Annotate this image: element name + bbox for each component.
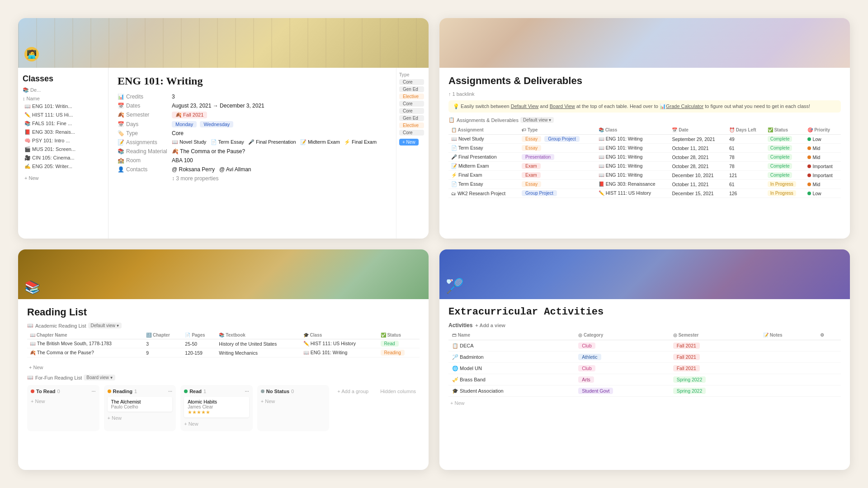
classes-layout: Classes 📚 De... ↕ Name 📖 ENG 101: Writin…	[18, 68, 429, 239]
prop-val-more[interactable]: ↕ 3 more properties	[172, 175, 218, 182]
prop-val-assignments: 📖 Novel Study 📄 Term Essay 🎤 Final Prese…	[172, 139, 377, 145]
default-view-toggle[interactable]: Default view ▾	[520, 117, 554, 123]
assignments-card: Assignments & Deliverables ↑ 1 backlink …	[439, 18, 850, 239]
assignments-header-bg	[439, 18, 850, 68]
prop-assignments: 📝 Assignments 📖 Novel Study 📄 Term Essay…	[118, 139, 387, 145]
reading-body: Reading List 📖 Academic Reading List Def…	[18, 299, 429, 470]
prop-label-dates: 📅 Dates	[118, 103, 172, 109]
reading-row: 🍂 The Comma or the Pause? 9 120-159 Writ…	[27, 348, 420, 357]
cell-chapter-name: 📖 The British Move South, 1778-1783	[27, 339, 143, 348]
kanban-item-atomic[interactable]: Atomic Habits James Clear ★★★★★	[184, 397, 249, 418]
book-author: Paulo Coelho	[111, 404, 169, 409]
backlink[interactable]: ↑ 1 backlink	[448, 91, 841, 97]
prop-label-semester: 🍂 Semester	[118, 112, 172, 118]
col-category: ◎ Category	[575, 330, 669, 340]
cell-class: 📕 ENG 303: Renaissance	[596, 180, 670, 189]
activity-cat-brassband: Arts	[575, 374, 669, 385]
reading-section1-icon: 📖	[27, 323, 33, 328]
activity-notes-studentassoc	[760, 385, 816, 397]
dot-toread	[31, 389, 34, 393]
activities-title: Activities	[448, 322, 472, 328]
activity-name-brassband: 🎺 Brass Band	[448, 374, 575, 385]
toread-more[interactable]: ···	[91, 389, 95, 394]
sidebar-item-cin105[interactable]: 🎥 CIN 105: Cinema...	[23, 154, 104, 162]
reading-section2-title: For-Fun Reading List	[35, 375, 82, 380]
add-reading-button[interactable]: + New	[27, 364, 45, 371]
sidebar-item-eng205[interactable]: ✍️ ENG 205: Writer...	[23, 162, 104, 171]
cell-class: 📖 ENG 101: Writing	[596, 171, 670, 180]
add-read-kanban[interactable]: + New	[184, 421, 198, 427]
kanban-item-alchemist[interactable]: The Alchemist Paulo Coelho	[108, 397, 173, 412]
add-activity-button[interactable]: + New	[448, 399, 467, 407]
activities-table: 🗃 Name ◎ Category ◎ Semester 📝 Notes ⚙ 📋…	[448, 330, 841, 397]
activity-name-studentassoc: 🎓 Student Association	[448, 385, 575, 397]
prop-room: 🏫 Room ABA 100	[118, 157, 387, 164]
add-group-button[interactable]: + Add a group	[334, 385, 372, 431]
sidebar-item-mus201[interactable]: 🎬 MUS 201: Screen...	[23, 145, 104, 154]
cell-days: 78	[726, 162, 765, 171]
add-toread-button[interactable]: + New	[31, 399, 45, 404]
fun-view-toggle[interactable]: Board view ▾	[84, 375, 115, 380]
prop-label-room: 🏫 Room	[118, 157, 172, 164]
prop-val-semester: 🍂 Fall 2021	[172, 112, 209, 118]
prop-semester: 🍂 Semester 🍂 Fall 2021	[118, 112, 387, 118]
activity-sem-studentassoc: Spring 2022	[670, 385, 760, 397]
activity-notes-deca	[760, 340, 816, 352]
hidden-cols-button[interactable]: Hidden columns	[377, 385, 420, 431]
cell-type: Exam	[519, 171, 596, 180]
grade-calc-link[interactable]: Grade Calculator	[666, 103, 703, 109]
cell-type: Essay	[519, 144, 596, 153]
activities-section-header: Activities + Add a view	[448, 322, 841, 328]
sidebar-item-eng101[interactable]: 📖 ENG 101: Writin...	[23, 102, 104, 111]
cell-status: Complete	[765, 135, 805, 144]
activity-name-deca: 📋 DECA	[448, 340, 575, 352]
cell-chapter: 9	[143, 348, 182, 357]
book-stars: ★★★★★	[188, 409, 245, 415]
col-name: 🗃 Name	[448, 330, 575, 340]
cell-days: 78	[726, 153, 765, 162]
classes-header-bg: 🧑‍💻	[18, 18, 429, 68]
cell-days: 126	[726, 189, 765, 198]
activity-cat-modelun: Club	[575, 363, 669, 374]
assignments-table: 📋 Assignment 🏷 Type 📚 Class 📅 Date ⏰ Day…	[448, 126, 841, 198]
read-more[interactable]: ···	[245, 389, 249, 394]
prop-reading: 📚 Reading Material 🍂 The Comma or the Pa…	[118, 148, 387, 155]
prop-label-type: 🏷️ Type	[118, 130, 172, 136]
add-reading-kanban[interactable]: + New	[108, 415, 122, 421]
cell-days: 49	[726, 135, 765, 144]
default-view-link[interactable]: Default View	[511, 103, 539, 109]
sidebar-item-hist111[interactable]: ✏️ HIST 111: US Hi...	[23, 111, 104, 119]
cell-status: Read	[378, 339, 420, 348]
sidebar-db-label: 📚 De...	[23, 87, 104, 93]
cell-status: Complete	[765, 144, 805, 153]
activity-row-studentassoc: 🎓 Student Association Student Govt Sprin…	[448, 385, 841, 397]
col-type: 🏷 Type	[519, 126, 596, 135]
activity-notes-badminton	[760, 352, 816, 363]
main-grid: 🧑‍💻 Classes 📚 De... ↕ Name 📖 ENG 101: Wr…	[0, 0, 868, 488]
add-view-button[interactable]: + Add a view	[475, 323, 505, 328]
reading-more[interactable]: ···	[168, 389, 172, 394]
board-view-link[interactable]: Board View	[550, 103, 575, 109]
prop-credits: 📊 Credits 3	[118, 94, 387, 100]
col-settings: ⚙	[816, 330, 841, 340]
activity-row-brassband: 🎺 Brass Band Arts Spring 2022	[448, 374, 841, 385]
sidebar-item-fals101[interactable]: 📚 FALS 101: Fine ...	[23, 119, 104, 128]
classes-sidebar: Classes 📚 De... ↕ Name 📖 ENG 101: Writin…	[18, 68, 108, 239]
academic-view-toggle[interactable]: Default view ▾	[88, 323, 122, 328]
cell-status: In Progress	[765, 189, 805, 198]
cell-class: 📖 ENG 101: Writing	[596, 162, 670, 171]
add-nostatus-kanban[interactable]: + New	[261, 399, 275, 404]
cell-status: In Progress	[765, 180, 805, 189]
col-status: ✅ Status	[765, 126, 805, 135]
sidebar-item-psy101[interactable]: 🧠 PSY 101: Intro ...	[23, 136, 104, 145]
cell-class: ✏️ HIST 111: US History	[596, 189, 670, 198]
table-row: 📖 Novel Study Essay Group Project 📖 ENG …	[448, 135, 841, 144]
new-class-button[interactable]: + New	[23, 174, 41, 182]
new-type-button[interactable]: + New	[399, 139, 419, 145]
col-daysleft: ⏰ Days Left	[726, 126, 765, 135]
sidebar-item-eng303[interactable]: 📕 ENG 303: Renais...	[23, 128, 104, 136]
cell-date: December 15, 2021	[669, 189, 726, 198]
col-textbook: 📚 Textbook	[216, 331, 300, 339]
kanban-col-toread: To Read 0 ··· + New	[27, 385, 99, 431]
activity-settings-modelun	[816, 363, 841, 374]
